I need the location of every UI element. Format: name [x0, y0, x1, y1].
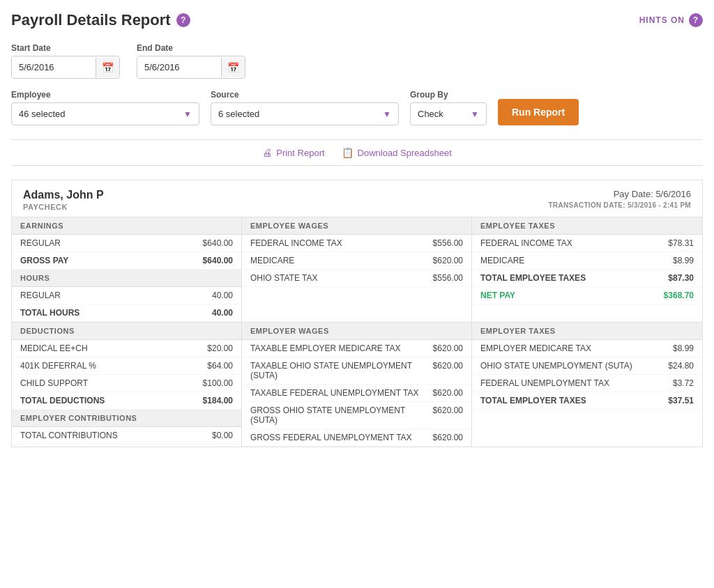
pay-date: Pay Date: 5/6/2016	[548, 189, 691, 199]
erw-ohio-suta-value: $620.00	[421, 361, 463, 380]
total-et-value: $87.30	[652, 273, 694, 283]
source-dropdown-arrow: ▼	[383, 109, 391, 119]
deduction-medical-label: MEDICAL EE+CH	[20, 343, 191, 353]
deduction-401k-row: 401K DEFERRAL % $64.00	[12, 357, 241, 375]
start-date-label: Start Date	[11, 43, 120, 53]
et-federal-label: FEDERAL INCOME TAX	[480, 238, 652, 248]
pay-date-info: Pay Date: 5/6/2016 TRANSACTION DATE: 5/3…	[548, 189, 691, 209]
earnings-regular-value: $640.00	[191, 238, 233, 248]
groupby-dropdown[interactable]: Check ▼	[410, 102, 487, 125]
action-bar: 🖨 Print Report 📋 Download Spreadsheet	[11, 139, 703, 166]
employer-wages-col: EMPLOYER WAGES TAXABLE EMPLOYER MEDICARE…	[242, 323, 472, 447]
source-filter-wrap: Source 6 selected ▼	[211, 90, 399, 125]
bottom-report-grid: DEDUCTIONS MEDICAL EE+CH $20.00 401K DEF…	[12, 322, 702, 447]
employee-dropdown[interactable]: 46 selected ▼	[11, 102, 199, 125]
page-header: Payroll Details Report ? HINTS ON ?	[11, 11, 703, 29]
erw-gross-federal-label: GROSS FEDERAL UNEMPLOYMENT TAX	[250, 433, 421, 442]
deduction-childsupport-row: CHILD SUPPORT $100.00	[12, 375, 241, 392]
hints-label: HINTS ON	[639, 15, 685, 25]
erw-federal-value: $620.00	[421, 388, 463, 398]
start-date-input[interactable]	[12, 56, 96, 78]
erw-federal-row: TAXABLE FEDERAL UNEMPLOYMENT TAX $620.00	[242, 385, 471, 402]
deduction-childsupport-value: $100.00	[191, 378, 233, 388]
groupby-dropdown-arrow: ▼	[471, 109, 479, 119]
dropdown-filters: Employee 46 selected ▼ Source 6 selected…	[11, 90, 703, 125]
employee-name: Adams, John P	[23, 189, 104, 201]
source-dropdown[interactable]: 6 selected ▼	[211, 102, 399, 125]
erw-medicare-label: TAXABLE EMPLOYER MEDICARE TAX	[250, 343, 421, 353]
ew-federal-label: FEDERAL INCOME TAX	[250, 238, 421, 248]
hints-help-icon[interactable]: ?	[689, 13, 703, 27]
et-federal-value: $78.31	[652, 238, 694, 248]
total-deductions-label: TOTAL DEDUCTIONS	[20, 396, 191, 405]
hours-regular-value: 40.00	[191, 291, 233, 300]
employee-value: 46 selected	[19, 109, 66, 119]
total-contributions-row: TOTAL CONTRIBUTIONS $0.00	[12, 427, 241, 444]
help-icon[interactable]: ?	[176, 13, 190, 27]
et-medicare-value: $8.99	[652, 256, 694, 265]
run-report-button[interactable]: Run Report	[498, 99, 579, 125]
total-contributions-value: $0.00	[191, 431, 233, 440]
groupby-value: Check	[418, 109, 443, 119]
employee-filter-wrap: Employee 46 selected ▼	[11, 90, 199, 125]
gross-pay-value: $640.00	[191, 256, 233, 265]
ew-medicare-value: $620.00	[421, 256, 463, 265]
erw-ohio-suta-label: TAXABLE OHIO STATE UNEMPLOYMENT (SUTA)	[250, 361, 421, 380]
total-hours-value: 40.00	[191, 308, 233, 318]
employee-label: Employee	[11, 90, 199, 100]
source-label: Source	[211, 90, 399, 100]
hours-regular-label: REGULAR	[20, 291, 191, 300]
gross-pay-label: GROSS PAY	[20, 256, 191, 265]
total-et-label: TOTAL EMPLOYEE TAXES	[480, 273, 652, 283]
employer-taxes-header: EMPLOYER TAXES	[472, 323, 702, 340]
groupby-label: Group By	[410, 90, 487, 100]
employee-dropdown-arrow: ▼	[183, 109, 192, 119]
earnings-regular-label: REGULAR	[20, 238, 191, 248]
report-section: Adams, John P PAYCHECK Pay Date: 5/6/201…	[11, 180, 703, 447]
deduction-medical-row: MEDICAL EE+CH $20.00	[12, 340, 241, 357]
ert-ohio-suta-value: $24.80	[652, 361, 694, 371]
total-deductions-row: TOTAL DEDUCTIONS $184.00	[12, 392, 241, 410]
deduction-childsupport-label: CHILD SUPPORT	[20, 378, 191, 388]
total-employee-taxes-row: TOTAL EMPLOYEE TAXES $87.30	[472, 270, 702, 287]
source-value: 6 selected	[218, 109, 259, 119]
ert-federal-label: FEDERAL UNEMPLOYMENT TAX	[480, 378, 652, 388]
et-medicare-row: MEDICARE $8.99	[472, 252, 702, 270]
net-pay-value: $368.70	[652, 291, 694, 300]
page-title: Payroll Details Report	[11, 11, 171, 29]
erw-gross-federal-value: $620.00	[421, 433, 463, 442]
end-date-wrap: 📅	[137, 56, 245, 79]
total-contributions-label: TOTAL CONTRIBUTIONS	[20, 431, 191, 440]
ew-ohio-row: OHIO STATE TAX $556.00	[242, 270, 471, 287]
ew-ohio-label: OHIO STATE TAX	[250, 273, 421, 283]
employer-taxes-col: EMPLOYER TAXES EMPLOYER MEDICARE TAX $8.…	[472, 323, 702, 447]
end-date-group: End Date 📅	[137, 43, 245, 79]
deduction-401k-value: $64.00	[191, 361, 233, 371]
print-icon: 🖨	[262, 147, 272, 158]
top-report-grid: EARNINGS REGULAR $640.00 GROSS PAY $640.…	[12, 217, 702, 322]
end-date-calendar-button[interactable]: 📅	[221, 58, 245, 77]
total-hours-label: TOTAL HOURS	[20, 308, 191, 318]
start-date-group: Start Date 📅	[11, 43, 120, 79]
erw-gross-federal-row: GROSS FEDERAL UNEMPLOYMENT TAX $620.00	[242, 429, 471, 447]
print-report-link[interactable]: 🖨 Print Report	[262, 147, 324, 158]
hints-area: HINTS ON ?	[639, 13, 703, 27]
erw-federal-label: TAXABLE FEDERAL UNEMPLOYMENT TAX	[250, 388, 421, 398]
erw-medicare-value: $620.00	[421, 343, 463, 353]
transaction-date: TRANSACTION DATE: 5/3/2016 - 2:41 PM	[548, 201, 691, 209]
page-title-area: Payroll Details Report ?	[11, 11, 190, 29]
earnings-col: EARNINGS REGULAR $640.00 GROSS PAY $640.…	[12, 217, 242, 322]
ew-medicare-row: MEDICARE $620.00	[242, 252, 471, 270]
employer-contributions-header: EMPLOYER CONTRIBUTIONS	[12, 410, 241, 427]
end-date-input[interactable]	[137, 56, 221, 78]
download-spreadsheet-link[interactable]: 📋 Download Spreadsheet	[342, 147, 452, 158]
ew-federal-row: FEDERAL INCOME TAX $556.00	[242, 235, 471, 252]
deductions-header: DEDUCTIONS	[12, 323, 241, 340]
ert-medicare-label: EMPLOYER MEDICARE TAX	[480, 343, 652, 353]
ert-federal-row: FEDERAL UNEMPLOYMENT TAX $3.72	[472, 375, 702, 392]
et-medicare-label: MEDICARE	[480, 256, 652, 265]
erw-gross-ohio-label: GROSS OHIO STATE UNEMPLOYMENT (SUTA)	[250, 405, 421, 425]
total-hours-row: TOTAL HOURS 40.00	[12, 304, 241, 322]
start-date-calendar-button[interactable]: 📅	[96, 58, 119, 77]
print-label: Print Report	[276, 148, 324, 158]
